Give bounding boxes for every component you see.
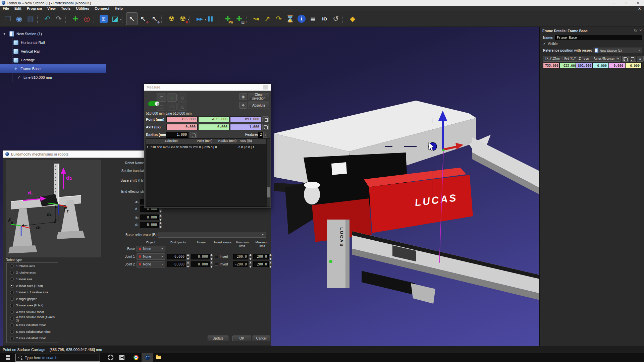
fit-view-button[interactable]: ⊞: [98, 12, 109, 25]
visible-check-icon[interactable]: ✓: [543, 42, 546, 46]
isometric-view-button[interactable]: ◪▾: [109, 12, 121, 25]
add-python-program-button[interactable]: ✚Py: [222, 12, 233, 25]
pose-value-3[interactable]: 0.000: [592, 63, 609, 68]
robot-type-option-4-axes-scara-robot[interactable]: 4 axes SCARA robot: [7, 309, 58, 315]
tree-item-new-station-1-[interactable]: ▼New Station (1): [0, 29, 144, 38]
copy-point-button[interactable]: [262, 116, 269, 122]
add-program-button[interactable]: ✚▤: [233, 12, 245, 25]
robot-type-option-7-axes-industrial-robot[interactable]: 7 axes industrial robot: [7, 335, 58, 342]
undo-button[interactable]: ↶: [42, 12, 53, 25]
close-button[interactable]: ✕: [632, 0, 644, 6]
radio-icon[interactable]: [10, 277, 14, 281]
copy-axis-button[interactable]: [262, 124, 269, 130]
move-linear-instruction-button[interactable]: ↗: [262, 12, 273, 25]
task-view-button[interactable]: [116, 353, 127, 362]
measure-dialog-titlebar[interactable]: Measure: [144, 84, 271, 91]
menu-view[interactable]: View: [45, 6, 58, 10]
radio-icon[interactable]: [10, 297, 14, 301]
pose-value-2[interactable]: 891.000: [576, 63, 592, 68]
pose-value-1[interactable]: -625.000: [559, 63, 576, 68]
copy-radius-button[interactable]: [191, 132, 197, 138]
clear-selection-button[interactable]: Clear selection: [249, 93, 269, 100]
taskbar-search[interactable]: Type here to search: [15, 354, 100, 362]
point-z-field[interactable]: 891.000: [230, 116, 261, 122]
joint2-build-spinner[interactable]: ▲▼: [186, 261, 190, 267]
joint1-min-spinner[interactable]: ▲▼: [249, 254, 252, 259]
export-simulation-button[interactable]: ◆: [347, 12, 358, 25]
collisions-off-button[interactable]: ☢✖▾: [177, 12, 189, 25]
menu-tools[interactable]: Tools: [58, 6, 73, 10]
col-radius[interactable]: Radius (mm): [217, 139, 238, 144]
robot-type-option-6-axes-collaborative-robot[interactable]: 6 axes collaborative robot: [7, 328, 58, 335]
add-target-button[interactable]: ◎: [81, 12, 93, 25]
joint2-home-field[interactable]: 0.000: [191, 261, 210, 267]
menu-program[interactable]: Program: [24, 6, 45, 10]
tree-item-vertical-rail[interactable]: Vertical Rail: [0, 47, 144, 56]
select-tool-button[interactable]: ↖: [126, 12, 138, 25]
measure-surface-tool[interactable]: ◠: [157, 94, 166, 102]
a2-spinner[interactable]: ▲▼: [159, 215, 162, 220]
joint1-build-field[interactable]: 0.000: [167, 254, 186, 259]
move-circular-instruction-button[interactable]: ↷: [273, 12, 284, 25]
update-button[interactable]: Update: [208, 336, 228, 341]
move-reference-tool-button[interactable]: ↖✛: [138, 12, 149, 25]
scrollbar-handle[interactable]: [267, 187, 270, 197]
measure-cone-tool[interactable]: △: [177, 103, 187, 111]
pose-value-4[interactable]: 0.000: [609, 63, 625, 68]
joint2-min-field[interactable]: -200.0: [233, 261, 249, 267]
base-reference-dropdown[interactable]: ▼: [158, 232, 266, 238]
move-robot-tool-button[interactable]: ↖✥: [149, 12, 160, 25]
measure-pick-button[interactable]: ❖: [239, 102, 247, 109]
reference-dropdown[interactable]: New Station (1) ▼: [593, 48, 642, 53]
axis-j-field[interactable]: 0.000: [198, 124, 229, 130]
joint1-home-field[interactable]: 0.000: [191, 254, 210, 259]
col-selection[interactable]: Selection: [150, 139, 192, 144]
tree-item-frame-base[interactable]: ⌖Frame Base: [0, 64, 106, 73]
check-collisions-button[interactable]: ☢: [166, 12, 177, 25]
chrome-button[interactable]: [130, 353, 142, 362]
robot-type-option-2-finger-gripper[interactable]: 2-finger gripper: [7, 296, 58, 302]
robot-type-option-1-linear-1-rotative-axis[interactable]: 1 linear + 1 rotative axis: [7, 289, 58, 296]
measure-polygon-tool[interactable]: ◇: [177, 94, 187, 102]
features-value[interactable]: 2: [258, 132, 263, 138]
joint1-max-field[interactable]: 200.0: [253, 254, 269, 259]
format-dropdown[interactable]: [X,Y,Z]mm | Rot[X,Y ,Z ]deg - Fanuc/Moto…: [543, 56, 621, 62]
expander-icon[interactable]: ▼: [3, 33, 6, 36]
menu-file[interactable]: File: [0, 6, 12, 10]
robot-type-option-2-rotative-axes[interactable]: 2 rotative axes: [7, 269, 58, 276]
radio-icon[interactable]: [10, 317, 14, 320]
isometric-view-dropdown-arrow[interactable]: ▾: [120, 18, 121, 21]
pause-simulation-button[interactable]: ▌▌: [205, 12, 217, 25]
measure-table-scrollbar[interactable]: [266, 138, 270, 207]
col-point[interactable]: Point (mm): [192, 139, 217, 144]
robot-type-option-1-linear-axis[interactable]: 1 linear axis: [7, 276, 58, 283]
3d-scene[interactable]: LUCAS LUCAS: [271, 27, 539, 346]
set-speed-instruction-button[interactable]: ≣: [307, 12, 319, 25]
joint2-min-spinner[interactable]: ▲▼: [249, 261, 252, 267]
joint1-max-spinner[interactable]: ▲▼: [269, 254, 272, 259]
pause-instruction-button[interactable]: ⌛: [284, 12, 296, 25]
open-file-button[interactable]: ❒: [2, 12, 13, 25]
joint2-object-dropdown[interactable]: ✖None▼: [137, 261, 165, 267]
save-station-button[interactable]: ▤: [25, 12, 36, 25]
connect-robot-button[interactable]: ↺: [330, 12, 341, 25]
start-button[interactable]: [0, 353, 15, 362]
tree-item-line-510-000-mm[interactable]: ∕Line 510.000 mm: [0, 73, 144, 82]
joint2-build-field[interactable]: 0.000: [167, 261, 186, 267]
point-y-field[interactable]: -625.000: [198, 116, 229, 122]
measure-table-row[interactable]: 1 510.000 mm-Line 510.000 mm 755.0 | -62…: [146, 144, 266, 150]
redo-button[interactable]: ↷: [53, 12, 64, 25]
set-io-instruction-button[interactable]: IO: [319, 12, 330, 25]
robot-type-option-2-linear-axes-t-bot-[interactable]: 2 linear axes (T bot): [7, 283, 58, 289]
point-x-field[interactable]: 755.000: [166, 116, 198, 122]
paste-pose-button[interactable]: [630, 56, 636, 62]
collisions-off-dropdown-arrow[interactable]: ▾: [188, 18, 189, 21]
menu-edit[interactable]: Edit: [12, 6, 24, 10]
minimize-button[interactable]: —: [608, 0, 620, 6]
robodk-taskbar-button[interactable]: [142, 353, 153, 362]
copy-pose-button[interactable]: [622, 56, 629, 62]
open-online-library-button[interactable]: ◉: [13, 12, 25, 25]
close-panel-icon[interactable]: ✕: [639, 28, 642, 32]
measure-line-tool[interactable]: ∴: [167, 94, 177, 102]
robot-type-option-1-rotative-axis[interactable]: 1 rotative axis: [7, 263, 58, 269]
